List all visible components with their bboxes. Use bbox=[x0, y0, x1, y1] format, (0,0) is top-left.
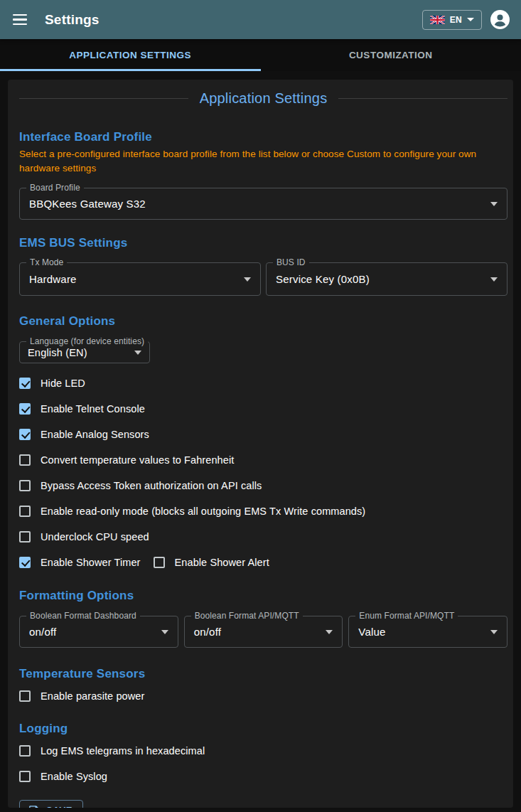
app-bar: Settings EN bbox=[0, 0, 521, 39]
checkbox-label: Enable Shower Alert bbox=[175, 557, 269, 568]
checkbox-label: Enable read-only mode (blocks all outgoi… bbox=[41, 506, 365, 517]
checkbox-label: Convert temperature values to Fahrenheit bbox=[41, 454, 234, 466]
language-selector[interactable]: EN bbox=[422, 10, 482, 30]
row-hide-led: Hide LED bbox=[19, 370, 507, 396]
save-button-label: SAVE bbox=[46, 805, 72, 808]
boolean-format-dashboard-value: on/off bbox=[29, 626, 161, 638]
chevron-down-icon bbox=[467, 18, 474, 21]
checkbox-label: Enable Analog Sensors bbox=[41, 429, 149, 440]
dropdown-arrow-icon bbox=[134, 351, 141, 355]
tx-mode-label: Tx Mode bbox=[26, 257, 67, 268]
checkbox-label: Hide LED bbox=[41, 378, 85, 389]
checkbox-enable-syslog[interactable] bbox=[19, 771, 31, 782]
section-ems-bus-settings: EMS BUS Settings bbox=[19, 234, 507, 252]
row-bypass-token: Bypass Access Token authorization on API… bbox=[19, 473, 507, 498]
board-profile-value: BBQKees Gateway S32 bbox=[29, 198, 490, 210]
save-button[interactable]: SAVE bbox=[19, 800, 83, 808]
boolean-format-api-select[interactable]: Boolean Format API/MQTT on/off bbox=[184, 616, 343, 648]
account-icon[interactable] bbox=[490, 10, 510, 29]
language-entities-value: English (EN) bbox=[28, 347, 134, 358]
enum-format-api-label: Enum Format API/MQTT bbox=[355, 611, 458, 621]
dropdown-arrow-icon bbox=[490, 202, 498, 206]
checkbox-label: Bypass Access Token authorization on API… bbox=[41, 480, 262, 491]
checkbox-parasite-power[interactable] bbox=[19, 690, 31, 702]
dropdown-arrow-icon bbox=[244, 277, 251, 282]
dropdown-arrow-icon bbox=[161, 630, 168, 634]
checkbox-enable-telnet[interactable] bbox=[19, 403, 31, 415]
row-enable-telnet: Enable Telnet Console bbox=[19, 396, 507, 422]
section-temperature-sensors: Temperature Sensors bbox=[19, 665, 507, 683]
tab-customization[interactable]: CUSTOMIZATION bbox=[261, 39, 521, 71]
divider bbox=[338, 98, 507, 99]
app-title: Settings bbox=[45, 12, 100, 28]
checkbox-shower-timer[interactable] bbox=[19, 557, 31, 568]
general-checkbox-list: Hide LED Enable Telnet Console Enable An… bbox=[19, 370, 507, 575]
enum-format-api-value: Value bbox=[358, 626, 490, 638]
row-fahrenheit: Convert temperature values to Fahrenheit bbox=[19, 447, 507, 473]
checkbox-label: Enable Syslog bbox=[41, 771, 107, 782]
checkbox-label: Log EMS telegrams in hexadecimal bbox=[41, 745, 205, 757]
page-title: Application Settings bbox=[200, 90, 328, 107]
row-shower-options: Enable Shower Timer Enable Shower Alert bbox=[19, 550, 507, 575]
settings-panel: Application Settings Interface Board Pro… bbox=[8, 80, 513, 808]
page-title-row: Application Settings bbox=[19, 89, 507, 108]
tab-application-settings[interactable]: APPLICATION SETTINGS bbox=[0, 39, 261, 71]
dropdown-arrow-icon bbox=[326, 630, 333, 634]
checkbox-fahrenheit[interactable] bbox=[19, 454, 31, 466]
boolean-format-api-label: Boolean Format API/MQTT bbox=[191, 611, 303, 621]
formatting-row: Boolean Format Dashboard on/off Boolean … bbox=[19, 616, 507, 648]
ems-bus-row: Tx Mode Hardware BUS ID Service Key (0x0… bbox=[19, 262, 507, 296]
language-entities-select[interactable]: Language (for device entities) English (… bbox=[19, 341, 150, 363]
row-enable-syslog: Enable Syslog bbox=[19, 764, 507, 789]
bus-id-select[interactable]: BUS ID Service Key (0x0B) bbox=[266, 262, 507, 296]
bus-id-label: BUS ID bbox=[273, 257, 309, 268]
section-formatting-options: Formatting Options bbox=[19, 587, 507, 605]
language-entities-label: Language (for device entities) bbox=[26, 336, 148, 347]
tx-mode-select[interactable]: Tx Mode Hardware bbox=[19, 262, 261, 296]
checkbox-hide-led[interactable] bbox=[19, 378, 31, 389]
section-interface-board-profile: Interface Board Profile bbox=[19, 128, 507, 146]
language-code: EN bbox=[450, 15, 462, 25]
checkbox-enable-analog-sensors[interactable] bbox=[19, 429, 31, 440]
row-parasite-power: Enable parasite power bbox=[19, 683, 507, 709]
board-profile-description: Select a pre-configured interface board … bbox=[19, 147, 507, 176]
enum-format-api-select[interactable]: Enum Format API/MQTT Value bbox=[348, 616, 507, 648]
save-icon bbox=[28, 804, 40, 808]
checkbox-label: Enable parasite power bbox=[41, 690, 144, 702]
checkbox-label: Enable Shower Timer bbox=[41, 557, 141, 568]
checkbox-read-only-mode[interactable] bbox=[19, 506, 31, 517]
row-underclock-cpu: Underclock CPU speed bbox=[19, 524, 507, 550]
checkbox-label: Enable Telnet Console bbox=[41, 403, 145, 415]
dropdown-arrow-icon bbox=[490, 630, 498, 634]
section-logging: Logging bbox=[19, 720, 507, 738]
board-profile-label: Board Profile bbox=[26, 183, 84, 193]
boolean-format-dashboard-select[interactable]: Boolean Format Dashboard on/off bbox=[19, 616, 178, 648]
row-log-hex: Log EMS telegrams in hexadecimal bbox=[19, 738, 507, 764]
uk-flag-icon bbox=[430, 16, 445, 24]
checkbox-shower-alert[interactable] bbox=[154, 557, 165, 568]
divider bbox=[19, 98, 188, 99]
section-general-options: General Options bbox=[19, 312, 507, 331]
boolean-format-dashboard-label: Boolean Format Dashboard bbox=[26, 611, 140, 621]
checkbox-label: Underclock CPU speed bbox=[41, 531, 149, 543]
row-read-only-mode: Enable read-only mode (blocks all outgoi… bbox=[19, 498, 507, 524]
bus-id-value: Service Key (0x0B) bbox=[276, 273, 490, 285]
tx-mode-value: Hardware bbox=[29, 273, 244, 285]
tab-indicator bbox=[0, 69, 261, 71]
dropdown-arrow-icon bbox=[490, 277, 498, 282]
tab-bar: APPLICATION SETTINGS CUSTOMIZATION bbox=[0, 39, 521, 71]
menu-icon[interactable] bbox=[11, 14, 28, 26]
boolean-format-api-value: on/off bbox=[194, 626, 326, 638]
checkbox-underclock-cpu[interactable] bbox=[19, 531, 31, 543]
checkbox-log-hex[interactable] bbox=[19, 745, 31, 757]
board-profile-select[interactable]: Board Profile BBQKees Gateway S32 bbox=[19, 188, 507, 220]
row-enable-analog-sensors: Enable Analog Sensors bbox=[19, 422, 507, 447]
checkbox-bypass-token[interactable] bbox=[19, 480, 31, 491]
